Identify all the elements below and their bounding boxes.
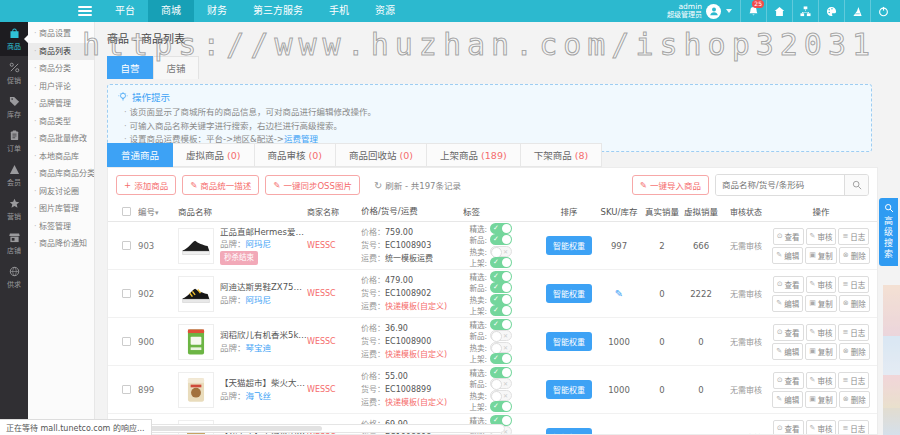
power-icon[interactable] — [870, 0, 896, 22]
product-name[interactable]: 正品直邮Hermes爱马仕2017新款男鞋 时.. — [220, 226, 307, 239]
op-audit-button[interactable]: ✎审核 — [806, 420, 837, 435]
toggle-new[interactable] — [490, 330, 512, 341]
submenu-price-notice[interactable]: 商品降价通知 — [28, 235, 94, 253]
row-checkbox[interactable] — [122, 289, 131, 298]
row-checkbox[interactable] — [122, 241, 131, 250]
avatar[interactable] — [706, 4, 721, 19]
op-view-button[interactable]: ⊙查看 — [773, 372, 804, 389]
op-edit-button[interactable]: ✎编辑 — [772, 391, 803, 408]
oss-sync-button[interactable]: ✎一键同步OSS图片 — [265, 175, 360, 195]
op-audit-button[interactable]: ✎审核 — [806, 372, 837, 389]
tab-self-operated[interactable]: 自营 — [107, 56, 153, 79]
nav-item-mobile[interactable]: 手机 — [316, 0, 362, 22]
sidebar-item-member[interactable]: 会员 — [0, 158, 28, 192]
product-name[interactable]: 阿迪达斯男鞋ZX750三叶草xx700型男鞋.. — [220, 281, 307, 294]
tab-recycle-bin[interactable]: 商品回收站 (0) — [336, 143, 427, 167]
toggle-onsale[interactable] — [490, 305, 512, 316]
submenu-discussion[interactable]: 网友讨论圈 — [28, 183, 94, 201]
sidebar-item-marketing[interactable]: 营销 — [0, 192, 28, 226]
search-button[interactable] — [844, 175, 868, 195]
op-delete-button[interactable]: ⊗删除 — [839, 247, 870, 264]
op-audit-button[interactable]: ✎审核 — [806, 228, 837, 245]
submenu-goods-settings[interactable]: 商品设置 — [28, 25, 94, 43]
submenu-brand-manage[interactable]: 品牌管理 — [28, 95, 94, 113]
smart-weight-button[interactable]: 智能权重 — [546, 284, 592, 303]
op-edit-button[interactable]: ✎编辑 — [772, 247, 803, 264]
submenu-goods-list[interactable]: 商品列表 — [28, 43, 94, 61]
op-delete-button[interactable]: ⊗删除 — [839, 343, 870, 360]
sidebar-item-supply[interactable]: 供求 — [0, 260, 28, 294]
toggle-new[interactable] — [490, 234, 512, 245]
smart-weight-button[interactable]: 智能权重 — [546, 332, 592, 351]
sitemap-icon[interactable] — [792, 0, 818, 22]
submenu-batch-edit[interactable]: 商品批量修改 — [28, 130, 94, 148]
horizontal-scrollbar[interactable] — [95, 424, 505, 433]
smart-weight-button[interactable]: 智能权重 — [546, 380, 592, 399]
toggle-hot[interactable] — [490, 294, 512, 305]
op-edit-button[interactable]: ✎编辑 — [772, 343, 803, 360]
toggle-onsale[interactable] — [490, 257, 512, 268]
unified-description-button[interactable]: ✎商品统一描述 — [182, 175, 259, 195]
smart-weight-button[interactable]: 智能权重 — [546, 236, 592, 255]
refresh-control[interactable]: ↻刷新 - 共197条记录 — [374, 179, 461, 191]
op-copy-button[interactable]: ▣复制 — [805, 343, 837, 360]
toggle-new[interactable] — [490, 282, 512, 293]
op-log-button[interactable]: ≡日志 — [838, 228, 869, 245]
hamburger-icon[interactable] — [78, 6, 92, 16]
user-info[interactable]: admin 超级管理员 — [667, 3, 702, 19]
toggle-featured[interactable] — [490, 319, 512, 330]
brand-link[interactable]: 海飞丝 — [246, 391, 272, 401]
toggle-new[interactable] — [490, 378, 512, 389]
tab-shops[interactable]: 店铺 — [153, 56, 199, 79]
home-icon[interactable] — [766, 0, 792, 22]
toggle-featured[interactable] — [490, 367, 512, 378]
op-edit-button[interactable]: ✎编辑 — [772, 295, 803, 312]
tab-virtual-goods[interactable]: 虚拟商品 (0) — [173, 143, 255, 167]
sidebar-item-order[interactable]: 订单 — [0, 124, 28, 158]
select-all-checkbox[interactable] — [122, 207, 131, 216]
op-copy-button[interactable]: ▣复制 — [805, 247, 837, 264]
op-log-button[interactable]: ≡日志 — [838, 420, 869, 435]
sidebar-item-inventory[interactable]: 库存 — [0, 90, 28, 124]
op-view-button[interactable]: ⊙查看 — [773, 420, 804, 435]
merchant-name[interactable]: WESSC — [307, 337, 361, 346]
toggle-onsale[interactable] — [490, 401, 512, 412]
op-log-button[interactable]: ≡日志 — [838, 324, 869, 341]
nav-item-thirdparty[interactable]: 第三方服务 — [240, 0, 316, 22]
brand-link[interactable]: 阿玛尼 — [246, 295, 272, 305]
op-delete-button[interactable]: ⊗删除 — [839, 295, 870, 312]
merchant-name[interactable]: WESSC — [307, 385, 361, 394]
import-products-button[interactable]: ✎一键导入商品 — [632, 175, 709, 195]
sidebar-item-shop[interactable]: 店铺 — [0, 226, 28, 260]
nav-item-finance[interactable]: 财务 — [194, 0, 240, 22]
nav-item-mall[interactable]: 商城 — [148, 0, 194, 22]
smart-weight-button[interactable]: 智能权重 — [546, 428, 592, 435]
caret-down-icon[interactable] — [726, 9, 732, 13]
product-name[interactable]: 润稻欣儿有机香米5kg 香稻新米 西班牙大.. — [220, 329, 307, 342]
sidebar-item-promotion[interactable]: 促销 — [0, 56, 28, 90]
tab-goods-audit[interactable]: 商品审核 (0) — [255, 143, 337, 167]
toggle-hot[interactable] — [490, 390, 512, 401]
submenu-image-library[interactable]: 图片库管理 — [28, 200, 94, 218]
op-copy-button[interactable]: ▣复制 — [805, 295, 837, 312]
search-input[interactable] — [716, 175, 844, 195]
op-log-button[interactable]: ≡日志 — [838, 276, 869, 293]
tab-off-sale[interactable]: 下架商品 (8) — [521, 143, 603, 167]
op-view-button[interactable]: ⊙查看 — [773, 324, 804, 341]
submenu-label-manage[interactable]: 标签管理 — [28, 218, 94, 236]
brand-link[interactable]: 琴宝迪 — [246, 343, 272, 353]
op-copy-button[interactable]: ▣复制 — [805, 391, 837, 408]
row-checkbox[interactable] — [122, 337, 131, 346]
advanced-search-button[interactable]: 高级搜索 — [879, 198, 898, 266]
bell-icon[interactable]: 25 — [740, 0, 766, 22]
sidebar-item-goods[interactable]: 商品 — [0, 22, 28, 56]
tab-normal-goods[interactable]: 普通商品 — [107, 143, 173, 167]
brand-link[interactable]: 阿玛尼 — [246, 239, 272, 249]
toggle-hot[interactable] — [490, 342, 512, 353]
submenu-goods-type[interactable]: 商品类型 — [28, 113, 94, 131]
nav-item-resource[interactable]: 资源 — [362, 0, 408, 22]
merchant-name[interactable]: WESSC — [307, 241, 361, 250]
product-name[interactable]: 【天猫超市】柴火大院长粒香大米5kg东.. — [220, 377, 307, 390]
tab-on-sale[interactable]: 上架商品 (189) — [427, 143, 521, 167]
op-view-button[interactable]: ⊙查看 — [773, 228, 804, 245]
